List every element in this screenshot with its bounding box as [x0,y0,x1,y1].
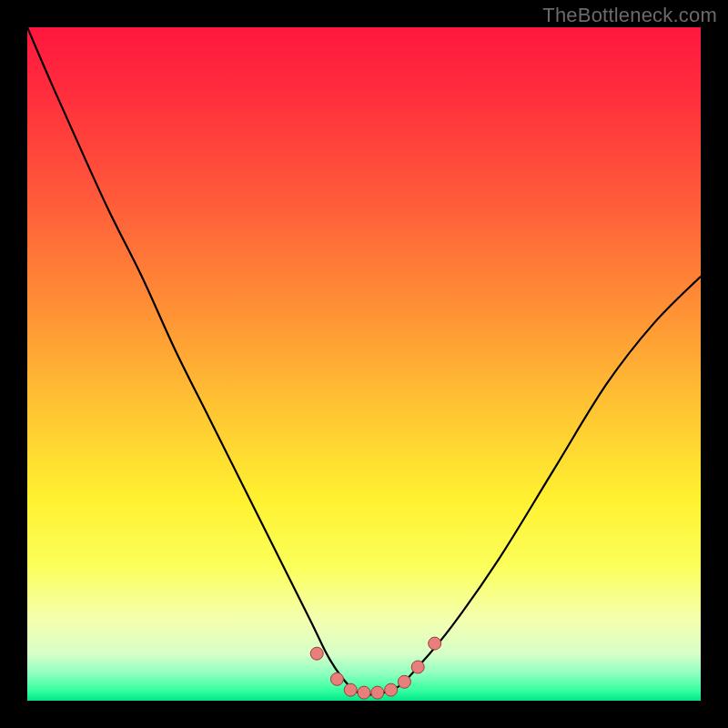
curve-marker [385,683,398,696]
curve-marker [330,672,343,685]
watermark-text: TheBottleneck.com [542,4,717,27]
curve-marker [411,661,424,673]
curve-marker [429,637,441,650]
plot-area [27,27,701,701]
gradient-background [27,27,701,701]
curve-marker [310,647,323,660]
curve-marker [371,686,384,699]
bottleneck-chart [27,27,701,701]
curve-marker [358,686,370,699]
chart-frame: TheBottleneck.com [0,0,728,728]
curve-marker [398,675,410,688]
curve-marker [344,683,357,696]
